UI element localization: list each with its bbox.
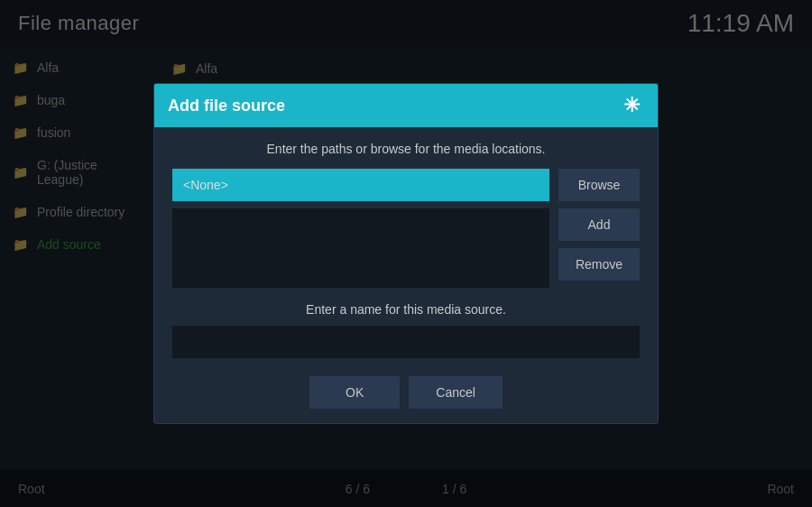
dialog-body: Enter the paths or browse for the media … (154, 127, 658, 423)
add-button[interactable]: Add (558, 208, 640, 241)
paths-area: Add Remove (172, 208, 640, 288)
dialog-title: Add file source (168, 97, 285, 115)
paths-list (172, 208, 549, 288)
dialog-header: Add file source ✳ (154, 84, 658, 127)
kodi-icon: ✳ (623, 94, 640, 117)
dialog: Add file source ✳ Enter the paths or bro… (153, 83, 659, 424)
name-section: Enter a name for this media source. (172, 302, 640, 358)
close-button[interactable]: ✳ (619, 93, 644, 118)
dialog-buttons: OK Cancel (172, 373, 640, 409)
name-input[interactable] (172, 326, 640, 358)
action-buttons: Add Remove (558, 208, 640, 288)
right-buttons: Browse (558, 169, 640, 201)
ok-button[interactable]: OK (309, 376, 400, 409)
cancel-button[interactable]: Cancel (409, 376, 503, 409)
path-row: Browse (172, 169, 640, 201)
name-instruction: Enter a name for this media source. (172, 302, 640, 317)
remove-button[interactable]: Remove (558, 248, 640, 281)
browse-button[interactable]: Browse (558, 169, 640, 201)
path-instruction: Enter the paths or browse for the media … (172, 142, 640, 156)
modal-overlay: Add file source ✳ Enter the paths or bro… (0, 0, 812, 507)
path-input[interactable] (172, 169, 549, 201)
